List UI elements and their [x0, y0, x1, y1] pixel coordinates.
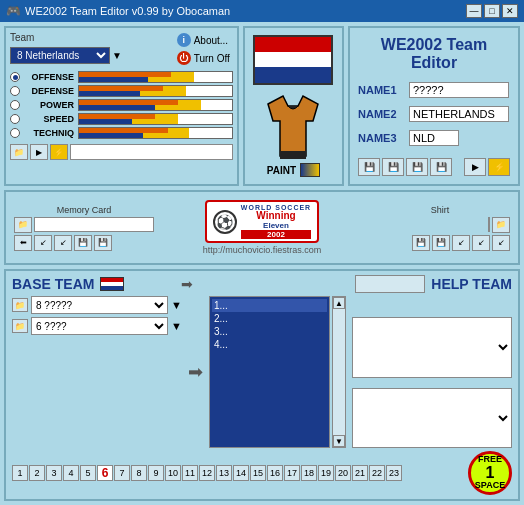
memory-label: Memory Card — [14, 205, 154, 215]
shirt-icon-4[interactable]: ↙ — [472, 235, 490, 251]
shirt-container — [258, 86, 328, 161]
shirt-icons-row: 💾 💾 ↙ ↙ ↙ — [412, 235, 510, 251]
mem-save-icon-2[interactable]: 💾 — [94, 235, 112, 251]
radio-power[interactable] — [10, 100, 20, 110]
num-13[interactable]: 13 — [216, 465, 232, 481]
shirt-save-icon-2[interactable]: 💾 — [432, 235, 450, 251]
num-7[interactable]: 7 — [114, 465, 130, 481]
shirt-folder-icon[interactable]: 📁 — [492, 217, 510, 233]
list-item-1[interactable]: 1... — [212, 299, 327, 312]
left-center-panel: Team 8 Netherlands ▼ i About... — [4, 26, 239, 186]
list-item-3[interactable]: 3... — [212, 325, 327, 338]
team-select[interactable]: 8 Netherlands — [10, 47, 110, 64]
svg-rect-1 — [280, 151, 306, 159]
shirt-input[interactable] — [488, 217, 490, 232]
num-4[interactable]: 4 — [63, 465, 79, 481]
free-number: 1 — [486, 465, 495, 481]
paint-row: PAINT — [267, 163, 320, 177]
num-18[interactable]: 18 — [301, 465, 317, 481]
winning-text: Winning — [256, 211, 295, 221]
num-8[interactable]: 8 — [131, 465, 147, 481]
save-icon-2[interactable]: 💾 — [382, 158, 404, 176]
mem-icon-1[interactable]: ⬅ — [14, 235, 32, 251]
minimize-button[interactable]: — — [466, 4, 482, 18]
num-15[interactable]: 15 — [250, 465, 266, 481]
shirt-icon-5[interactable]: ↙ — [492, 235, 510, 251]
stat-name-defense: DEFENSE — [24, 86, 74, 96]
num-6-highlighted[interactable]: 6 — [97, 465, 113, 481]
save-icon-1[interactable]: 💾 — [358, 158, 380, 176]
num-14[interactable]: 14 — [233, 465, 249, 481]
memory-input[interactable] — [34, 217, 154, 232]
player-list[interactable]: 1... 2... 3... 4... — [209, 296, 330, 448]
list-item-4[interactable]: 4... — [212, 338, 327, 351]
mem-save-icon[interactable]: 💾 — [74, 235, 92, 251]
folder-icon-left[interactable]: 📁 — [10, 144, 28, 160]
list-box-area: 1... 2... 3... 4... ▲ ▼ — [209, 296, 346, 448]
name1-input[interactable] — [409, 82, 509, 98]
star-icon[interactable]: ⚡ — [488, 158, 510, 176]
memory-area: Memory Card 📁 ⬅ ↙ ↙ 💾 💾 — [14, 205, 154, 251]
num-23[interactable]: 23 — [386, 465, 402, 481]
bottom-section: BASE TEAM ➡ HELP TEAM 📁 8 ????? — [4, 269, 520, 501]
base-select-1[interactable]: 8 ????? — [31, 296, 168, 314]
paint-icon[interactable] — [300, 163, 320, 177]
base-icon-2[interactable]: 📁 — [12, 319, 28, 333]
turnoff-button[interactable]: ⏻ Turn Off — [174, 50, 233, 66]
bar-blue-power — [79, 105, 155, 110]
num-2[interactable]: 2 — [29, 465, 45, 481]
shirt-icon-3[interactable]: ↙ — [452, 235, 470, 251]
paint-label: PAINT — [267, 165, 296, 176]
maximize-button[interactable]: □ — [484, 4, 500, 18]
scroll-down-arrow[interactable]: ▼ — [333, 435, 345, 447]
num-16[interactable]: 16 — [267, 465, 283, 481]
mem-icon-3[interactable]: ↙ — [54, 235, 72, 251]
radio-techniq[interactable] — [10, 128, 20, 138]
num-5[interactable]: 5 — [80, 465, 96, 481]
arrow-icon-left[interactable]: ▶ — [30, 144, 48, 160]
memory-input-row: 📁 — [14, 217, 154, 233]
name2-label: NAME2 — [358, 108, 403, 120]
right-panel: WE2002 Team Editor NAME1 NAME2 NAME3 💾 💾… — [348, 26, 520, 186]
num-17[interactable]: 17 — [284, 465, 300, 481]
shirt-save-icon-1[interactable]: 💾 — [412, 235, 430, 251]
num-21[interactable]: 21 — [352, 465, 368, 481]
num-19[interactable]: 19 — [318, 465, 334, 481]
num-12[interactable]: 12 — [199, 465, 215, 481]
num-3[interactable]: 3 — [46, 465, 62, 481]
save-icon-3[interactable]: 💾 — [406, 158, 428, 176]
memory-folder-icon[interactable]: 📁 — [14, 217, 32, 233]
help-select-1[interactable] — [352, 317, 512, 378]
about-button[interactable]: i About... — [174, 32, 233, 48]
name3-label: NAME3 — [358, 132, 403, 144]
scroll-up-arrow[interactable]: ▲ — [333, 297, 345, 309]
help-select-2[interactable] — [352, 388, 512, 449]
flag-blue-stripe — [255, 67, 331, 82]
edit-icon-left[interactable]: ⚡ — [50, 144, 68, 160]
num-11[interactable]: 11 — [182, 465, 198, 481]
player-name-input[interactable] — [70, 144, 233, 160]
name3-input[interactable] — [409, 130, 459, 146]
base-icon-1[interactable]: 📁 — [12, 298, 28, 312]
title-bar-controls[interactable]: — □ ✕ — [466, 4, 518, 18]
radio-offense[interactable] — [10, 72, 20, 82]
num-1[interactable]: 1 — [12, 465, 28, 481]
power-icon: ⏻ — [177, 51, 191, 65]
base-select-2[interactable]: 6 ???? — [31, 317, 168, 335]
close-button[interactable]: ✕ — [502, 4, 518, 18]
netherlands-flag — [253, 35, 333, 85]
help-empty-input[interactable] — [355, 275, 425, 293]
list-item-2[interactable]: 2... — [212, 312, 327, 325]
radio-speed[interactable] — [10, 114, 20, 124]
app-icon: 🎮 — [6, 4, 21, 18]
num-9[interactable]: 9 — [148, 465, 164, 481]
radio-defense[interactable] — [10, 86, 20, 96]
num-20[interactable]: 20 — [335, 465, 351, 481]
name2-input[interactable] — [409, 106, 509, 122]
export-icon[interactable]: ▶ — [464, 158, 486, 176]
num-22[interactable]: 22 — [369, 465, 385, 481]
base-header-row: BASE TEAM ➡ HELP TEAM — [12, 275, 512, 293]
mem-icon-2[interactable]: ↙ — [34, 235, 52, 251]
num-10[interactable]: 10 — [165, 465, 181, 481]
save-icon-4[interactable]: 💾 — [430, 158, 452, 176]
